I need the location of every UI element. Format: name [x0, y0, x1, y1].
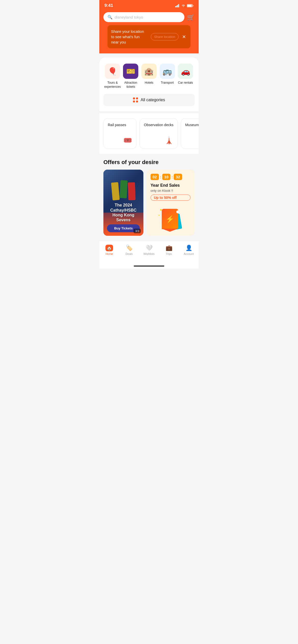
status-bar: 9:41 [99, 0, 199, 10]
signal-icon [175, 4, 180, 7]
offers-title: Offers of your desire [103, 159, 195, 166]
subcategory-rail-passes[interactable]: Rail passes 🎟️ [103, 118, 137, 149]
timer-seconds: 32 [174, 174, 182, 180]
sports-bg: CATHAY HSBC HK The 2024 Cathay/HSBC Hong… [103, 170, 143, 236]
sale-visual: ⚡ ✦ ✦ [151, 203, 191, 232]
search-bar[interactable]: 🔍 disneyland tokyo [103, 12, 184, 22]
attraction-icon-wrap: 🎫 [123, 64, 138, 79]
all-categories-button[interactable]: All categories [103, 94, 195, 106]
rail-passes-label: Rail passes [108, 123, 132, 127]
battery-icon [187, 4, 194, 7]
header: 🔍 disneyland tokyo 🛒 Share your location… [99, 10, 199, 53]
observation-decks-icon: 🗼 [165, 136, 173, 144]
tours-label: Tours & experiences [104, 81, 121, 89]
nav-deals[interactable]: 🏷️ Deals [119, 244, 139, 256]
nav-wishlists[interactable]: 🤍 Wishlists [139, 244, 159, 256]
player-2 [119, 180, 128, 198]
sale-discount-label: Up to 50% off [151, 195, 191, 201]
sparkle-2: ✦ [158, 214, 160, 217]
car-label: Car rentals [178, 81, 193, 85]
category-car[interactable]: 🚗 Car rentals [177, 64, 194, 89]
player-1 [111, 182, 120, 200]
sports-pagination-badge: 3/3 [133, 229, 141, 233]
subcategory-museums[interactable]: Museums 🏛️ [181, 118, 199, 149]
wishlists-icon: 🤍 [146, 245, 153, 251]
search-icon: 🔍 [107, 15, 113, 20]
close-location-banner-button[interactable]: ✕ [181, 34, 187, 40]
hotels-icon: 🏨 [144, 67, 154, 76]
tours-icon-wrap: 🎈 [105, 64, 120, 79]
sale-offer-card[interactable]: 02 : 10 : 32 Year End Sales only on Kloo… [146, 170, 195, 236]
share-location-button[interactable]: Share location [151, 33, 179, 40]
offers-section: Offers of your desire CATHAY HSBC HK The… [99, 154, 199, 241]
nav-account-label: Account [184, 252, 194, 255]
status-icons [175, 4, 194, 7]
transport-label: Transport [161, 81, 174, 85]
subcategory-observation-decks[interactable]: Observation decks 🗼 [140, 118, 178, 149]
transport-icon: 🚌 [162, 67, 172, 76]
timer-sep-2: : [171, 175, 173, 179]
sparkle-1: ✦ [159, 208, 162, 212]
home-icon: 🏠 [105, 245, 113, 251]
categories-dots-icon [133, 97, 138, 103]
nav-trips[interactable]: 💼 Trips [159, 244, 179, 256]
svg-rect-2 [177, 5, 178, 7]
subcategories-scroll: Rail passes 🎟️ Observation decks 🗼 Museu… [99, 113, 199, 154]
nav-home-label: Home [105, 252, 113, 255]
timer-sep-1: : [160, 175, 161, 179]
tours-icon: 🎈 [108, 67, 117, 76]
category-attraction[interactable]: 🎫 Attraction tickets [122, 64, 139, 89]
museums-label: Museums [185, 123, 199, 127]
svg-rect-3 [178, 4, 179, 7]
search-input[interactable]: disneyland tokyo [115, 15, 180, 19]
sale-subtitle: only on Klook !! [151, 189, 191, 193]
hotels-label: Hotels [145, 81, 153, 85]
all-categories-label: All categories [141, 98, 165, 102]
cart-icon[interactable]: 🛒 [187, 14, 195, 21]
wifi-icon [181, 4, 185, 7]
lightning-icon: ⚡ [166, 215, 174, 223]
nav-wishlists-label: Wishlists [143, 252, 154, 255]
tag-shape: ⚡ [162, 209, 178, 229]
main-card: 🎈 Tours & experiences 🎫 Attraction ticke… [99, 57, 199, 111]
svg-rect-1 [176, 6, 177, 7]
attraction-label: Attraction tickets [122, 81, 139, 89]
sports-offer-card[interactable]: CATHAY HSBC HK The 2024 Cathay/HSBC Hong… [103, 170, 143, 236]
nav-deals-label: Deals [126, 252, 133, 255]
account-icon: 👤 [185, 245, 192, 251]
category-transport[interactable]: 🚌 Transport [159, 64, 176, 89]
category-hotels[interactable]: 🏨 Hotels [140, 64, 158, 89]
status-time: 9:41 [104, 3, 113, 8]
transport-icon-wrap: 🚌 [160, 64, 175, 79]
svg-rect-6 [193, 5, 194, 6]
sports-event-name: The 2024 Cathay/HSBC Hong Kong Sevens [107, 203, 140, 222]
indicator-bar [134, 266, 164, 267]
nav-account[interactable]: 👤 Account [179, 244, 199, 256]
car-icon-wrap: 🚗 [178, 64, 193, 79]
category-tours[interactable]: 🎈 Tours & experiences [104, 64, 121, 89]
timer-hours: 02 [151, 174, 159, 180]
deals-icon: 🏷️ [126, 245, 133, 251]
location-banner: Share your location to see what's fun ne… [107, 25, 191, 48]
car-icon: 🚗 [181, 67, 190, 76]
nav-home[interactable]: 🏠 Home [99, 244, 119, 256]
svg-rect-0 [175, 6, 176, 7]
search-row: 🔍 disneyland tokyo 🛒 [103, 12, 195, 22]
bottom-nav: 🏠 Home 🏷️ Deals 🤍 Wishlists 💼 Trips 👤 Ac… [99, 241, 199, 264]
nav-trips-label: Trips [166, 252, 172, 255]
rail-passes-icon: 🎟️ [123, 136, 132, 144]
observation-decks-label: Observation decks [144, 123, 173, 127]
tag-hole [176, 210, 179, 213]
trips-icon: 💼 [166, 245, 172, 251]
svg-rect-5 [187, 5, 192, 7]
player-3 [128, 182, 135, 200]
attraction-icon: 🎫 [126, 67, 135, 76]
players-group [112, 182, 135, 200]
offers-row: CATHAY HSBC HK The 2024 Cathay/HSBC Hong… [103, 170, 195, 236]
countdown-timer: 02 : 10 : 32 [151, 174, 191, 180]
lightning-tag: ⚡ ✦ ✦ [162, 209, 180, 232]
hotels-icon-wrap: 🏨 [141, 64, 157, 79]
home-indicator [99, 264, 199, 269]
location-text: Share your location to see what's fun ne… [111, 29, 148, 45]
sale-title: Year End Sales [151, 183, 191, 188]
